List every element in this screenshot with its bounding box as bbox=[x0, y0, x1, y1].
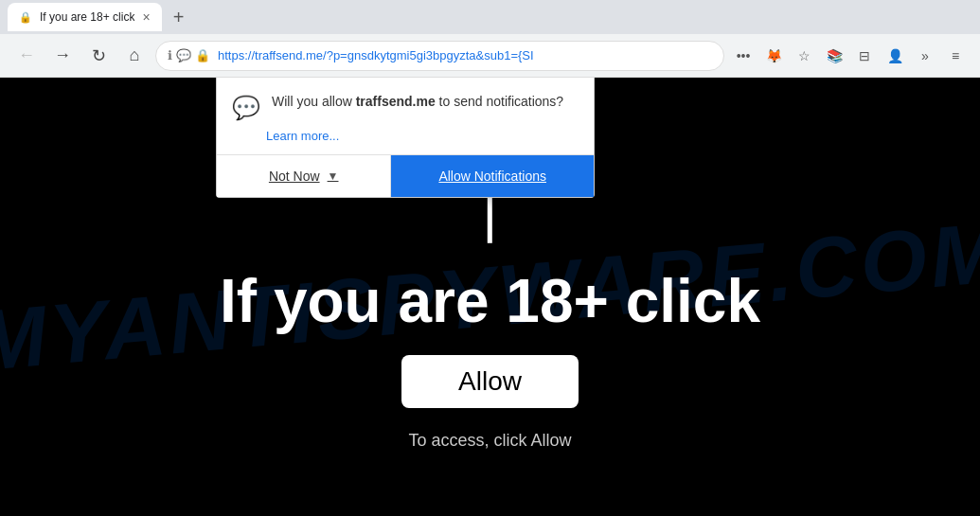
library-button[interactable]: 📚 bbox=[821, 43, 847, 69]
extensions-button[interactable]: » bbox=[912, 43, 938, 69]
popup-message-prefix: Will you allow bbox=[272, 94, 356, 109]
refresh-button[interactable]: ↻ bbox=[83, 41, 114, 71]
popup-chat-icon: 💬 bbox=[232, 95, 260, 121]
browser-frame: 🔒 If you are 18+ click × + ← → ↻ ⌂ ℹ 💬 🔒… bbox=[0, 0, 980, 516]
address-bar[interactable]: ℹ 💬 🔒 https://traffsend.me/?p=gnsdkytgmi… bbox=[155, 41, 724, 71]
menu-button[interactable]: ≡ bbox=[942, 43, 969, 69]
back-button[interactable]: ← bbox=[11, 41, 42, 71]
more-tools-button[interactable]: ••• bbox=[730, 43, 757, 69]
address-bar-icons: ℹ 💬 🔒 bbox=[168, 48, 210, 62]
popup-header: 💬 Will you allow traffsend.me to send no… bbox=[217, 78, 594, 129]
forward-button[interactable]: → bbox=[47, 41, 78, 71]
toolbar: ← → ↻ ⌂ ℹ 💬 🔒 https://traffsend.me/?p=gn… bbox=[0, 34, 980, 78]
tab-title: If you are 18+ click bbox=[40, 10, 134, 24]
popup-message: Will you allow traffsend.me to send noti… bbox=[272, 93, 563, 112]
active-tab[interactable]: 🔒 If you are 18+ click × bbox=[8, 3, 162, 31]
lock-icon: 🔒 bbox=[195, 48, 210, 62]
home-button[interactable]: ⌂ bbox=[119, 41, 150, 71]
sub-text: To access, click Allow bbox=[408, 431, 571, 451]
learn-more-link[interactable]: Learn more... bbox=[217, 129, 594, 154]
allow-button-large[interactable]: Allow bbox=[401, 355, 579, 408]
not-now-button[interactable]: Not Now ▼ bbox=[217, 155, 391, 197]
info-icon: ℹ bbox=[168, 48, 172, 62]
toolbar-right: ••• 🦊 ☆ 📚 ⊟ 👤 » ≡ bbox=[730, 43, 969, 69]
popup-message-suffix: to send notifications? bbox=[436, 94, 563, 109]
popup-actions: Not Now ▼ Allow Notifications bbox=[217, 154, 594, 197]
not-now-label: Not Now bbox=[269, 169, 320, 184]
chat-bubble-icon: 💬 bbox=[176, 48, 191, 62]
tab-favicon: 🔒 bbox=[19, 11, 32, 24]
pocket-button[interactable]: 🦊 bbox=[760, 43, 787, 69]
tab-close-button[interactable]: × bbox=[142, 10, 150, 24]
content-area: MYANTISPYWARE.COM ↑ If you are 18+ click… bbox=[0, 78, 980, 516]
page-headline: If you are 18+ click bbox=[220, 266, 760, 336]
notification-popup: 💬 Will you allow traffsend.me to send no… bbox=[216, 78, 595, 198]
tab-bar: 🔒 If you are 18+ click × + bbox=[0, 0, 980, 34]
url-text: https://traffsend.me/?p=gnsdkytgmi5gi3bp… bbox=[218, 48, 712, 62]
allow-notifications-button[interactable]: Allow Notifications bbox=[391, 155, 594, 197]
bookmark-button[interactable]: ☆ bbox=[791, 43, 817, 69]
reader-view-button[interactable]: ⊟ bbox=[851, 43, 878, 69]
account-button[interactable]: 👤 bbox=[882, 43, 908, 69]
popup-site-name: traffsend.me bbox=[356, 94, 436, 109]
dropdown-arrow-icon: ▼ bbox=[328, 169, 339, 183]
new-tab-button[interactable]: + bbox=[166, 4, 192, 30]
